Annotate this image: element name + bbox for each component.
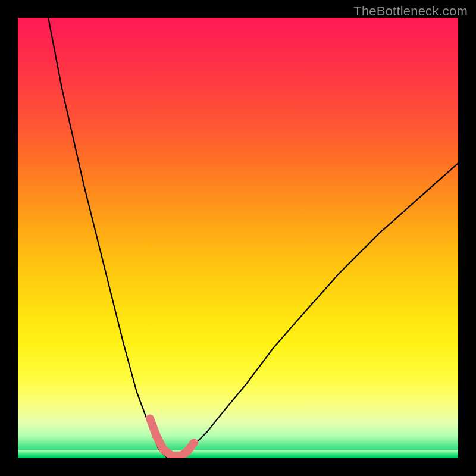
plot-area [18, 18, 458, 458]
bottleneck-curve [18, 18, 458, 458]
chart-frame: TheBottleneck.com [0, 0, 476, 476]
optimal-marker-segment [187, 443, 194, 452]
optimal-range-marker [150, 418, 194, 456]
watermark-text: TheBottleneck.com [353, 4, 468, 19]
curves-layer [18, 18, 458, 458]
